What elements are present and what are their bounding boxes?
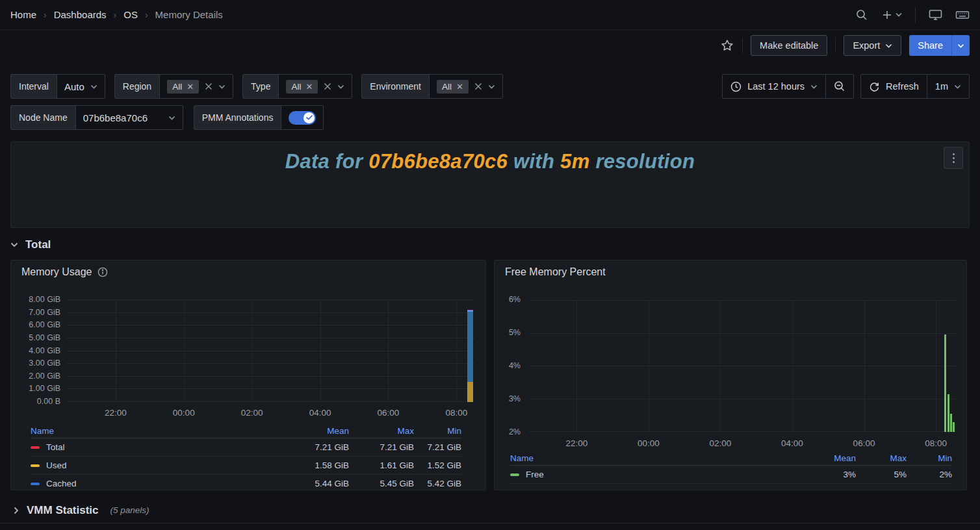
x-tick-label: 00:00 bbox=[638, 438, 660, 448]
legend-column-header[interactable]: Max bbox=[349, 426, 414, 436]
series-color-swatch bbox=[31, 446, 40, 449]
region-filter-select[interactable]: All✕ bbox=[160, 75, 233, 98]
interval-filter-label: Interval bbox=[11, 75, 57, 98]
node-name-filter-select[interactable]: 07b6be8a70c6 bbox=[76, 106, 183, 129]
actions-divider bbox=[835, 38, 836, 53]
gridline bbox=[792, 300, 793, 432]
type-filter-select[interactable]: All✕ bbox=[279, 75, 352, 98]
x-tick-label: 00:00 bbox=[173, 408, 195, 418]
time-range-label: Last 12 hours bbox=[747, 81, 805, 92]
chevron-down-icon bbox=[168, 116, 175, 120]
legend-column-header[interactable]: Min bbox=[414, 426, 461, 436]
line-spike bbox=[944, 334, 946, 432]
clear-all-icon[interactable] bbox=[205, 82, 213, 90]
x-tick-label: 04:00 bbox=[781, 438, 803, 448]
environment-filter-select[interactable]: All✕ bbox=[430, 75, 502, 98]
chip-remove-icon[interactable]: ✕ bbox=[187, 82, 194, 92]
search-icon[interactable] bbox=[855, 8, 868, 21]
banner-text-segment: with bbox=[508, 150, 560, 173]
export-button[interactable]: Export bbox=[844, 35, 901, 56]
series-name: Cached bbox=[46, 479, 77, 488]
refresh-button[interactable]: Refresh bbox=[861, 75, 927, 98]
gridline bbox=[252, 299, 253, 402]
refresh-button-label: Refresh bbox=[886, 81, 919, 92]
pmm-annotations-toggle[interactable] bbox=[289, 111, 316, 125]
y-tick-label: 1.00 GiB bbox=[29, 384, 60, 393]
zoom-out-time-button[interactable] bbox=[825, 75, 853, 98]
legend-value: 1.58 GiB bbox=[284, 461, 349, 470]
row-title-vmm-statistic: VMM Statistic bbox=[27, 504, 99, 517]
pmm-annotations-label: PMM Annotations bbox=[194, 106, 282, 129]
legend-column-header[interactable]: Max bbox=[856, 453, 907, 463]
legend-row[interactable]: Free3%5%2% bbox=[510, 466, 952, 484]
breadcrumb-separator-icon: › bbox=[44, 10, 47, 20]
row-header-total[interactable]: Total bbox=[10, 234, 51, 256]
template-variables-row-2: Node Name 07b6be8a70c6 PMM Annotations bbox=[10, 105, 970, 130]
favorite-star-icon[interactable] bbox=[720, 38, 734, 53]
breadcrumb-os[interactable]: OS bbox=[123, 9, 138, 20]
share-dropdown-caret[interactable] bbox=[951, 35, 970, 56]
zoom-out-icon bbox=[834, 81, 845, 92]
legend-series-cell: Used bbox=[31, 461, 284, 470]
line-spike bbox=[948, 394, 949, 432]
refresh-interval-value: 1m bbox=[935, 81, 948, 92]
share-button[interactable]: Share bbox=[909, 35, 951, 56]
chevron-down-icon bbox=[885, 44, 892, 48]
legend-table: NameMeanMaxMinTotal7.21 GiB7.21 GiB7.21 … bbox=[11, 424, 485, 490]
y-axis: 6%5%4%3%2% bbox=[495, 295, 521, 436]
pmm-annotations-control: PMM Annotations bbox=[194, 105, 324, 130]
legend-row[interactable]: Cached5.44 GiB5.45 GiB5.42 GiB bbox=[31, 475, 461, 490]
chip-remove-icon[interactable]: ✕ bbox=[305, 82, 313, 92]
type-filter: Type All✕ bbox=[242, 74, 352, 99]
breadcrumb-home[interactable]: Home bbox=[10, 9, 36, 20]
plot-area[interactable] bbox=[66, 299, 475, 402]
breadcrumb-current-page: Memory Details bbox=[155, 9, 223, 20]
legend-column-header[interactable]: Mean bbox=[284, 426, 349, 436]
time-range-button[interactable]: Last 12 hours bbox=[723, 75, 825, 98]
text-panel: Data for 07b6be8a70c6 with 5m resolution bbox=[10, 142, 970, 228]
chip-remove-icon[interactable]: ✕ bbox=[456, 82, 463, 92]
refresh-interval-select[interactable]: 1m bbox=[927, 75, 969, 98]
banner-text-segment: resolution bbox=[590, 150, 695, 173]
x-tick-label: 02:00 bbox=[241, 408, 263, 418]
stacked-bar-segment bbox=[467, 310, 473, 311]
chevron-down-icon bbox=[810, 84, 818, 89]
clock-icon bbox=[730, 81, 741, 92]
interval-filter: Interval Auto bbox=[10, 74, 105, 99]
panel-menu-kebab-icon[interactable] bbox=[944, 147, 963, 169]
legend-column-header[interactable]: Mean bbox=[791, 453, 856, 463]
plot-area[interactable] bbox=[528, 300, 956, 432]
y-tick-label: 6.00 GiB bbox=[29, 320, 60, 329]
gridline bbox=[576, 300, 577, 432]
interval-filter-select[interactable]: Auto bbox=[57, 75, 105, 98]
monitor-icon[interactable] bbox=[929, 8, 942, 21]
x-tick-label: 22:00 bbox=[565, 438, 587, 448]
clear-all-icon[interactable] bbox=[324, 82, 331, 90]
type-chip-label: All bbox=[291, 82, 301, 92]
gridline bbox=[320, 299, 321, 402]
legend-column-header[interactable]: Name bbox=[510, 453, 791, 463]
legend-row[interactable]: Total7.21 GiB7.21 GiB7.21 GiB bbox=[31, 438, 461, 457]
legend-column-header[interactable]: Name bbox=[31, 426, 284, 436]
breadcrumb-dashboards[interactable]: Dashboards bbox=[54, 9, 107, 20]
toggle-check-icon bbox=[303, 112, 315, 123]
keyboard-icon[interactable] bbox=[955, 8, 970, 21]
make-editable-button[interactable]: Make editable bbox=[751, 35, 827, 56]
node-name-filter: Node Name 07b6be8a70c6 bbox=[10, 105, 183, 130]
type-filter-chip[interactable]: All✕ bbox=[286, 80, 318, 94]
row-header-vmm-statistic[interactable]: VMM Statistic (5 panels) bbox=[0, 498, 980, 524]
y-tick-label: 0.00 B bbox=[37, 397, 60, 406]
y-tick-label: 3.00 GiB bbox=[29, 359, 60, 368]
legend-column-header[interactable]: Min bbox=[907, 453, 952, 463]
dashboard-actions-bar: Make editable Export Share bbox=[0, 30, 980, 61]
environment-filter-chip[interactable]: All✕ bbox=[437, 80, 469, 94]
add-icon[interactable] bbox=[881, 9, 902, 21]
legend-value: 3% bbox=[791, 470, 856, 479]
legend-value: 5.44 GiB bbox=[284, 479, 349, 488]
clear-all-icon[interactable] bbox=[474, 82, 482, 90]
legend-row[interactable]: Used1.58 GiB1.61 GiB1.52 GiB bbox=[31, 457, 461, 475]
gridline bbox=[936, 300, 936, 432]
region-filter-chip[interactable]: All✕ bbox=[167, 80, 199, 94]
row-title-total: Total bbox=[25, 238, 51, 251]
refresh-icon bbox=[869, 81, 880, 92]
